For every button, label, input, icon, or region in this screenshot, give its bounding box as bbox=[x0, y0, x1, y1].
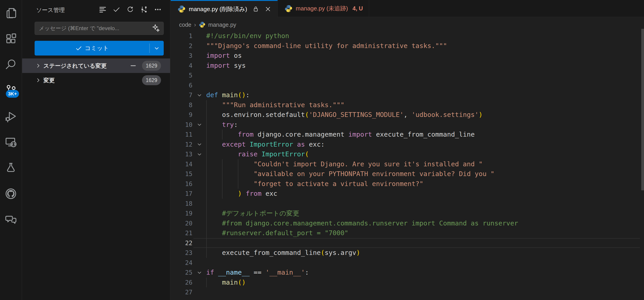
activity-item-explorer[interactable] bbox=[0, 0, 22, 26]
editor-group: manage.py (削除済み)manage.py (未追跡)4, U code… bbox=[171, 0, 644, 300]
run-dropdown-button[interactable] bbox=[616, 4, 626, 13]
tab-problems-badge: 4, U bbox=[352, 5, 363, 12]
editor-actions bbox=[600, 0, 641, 17]
activity-item-github[interactable] bbox=[0, 181, 22, 207]
activity-item-search[interactable] bbox=[0, 52, 22, 77]
code-lines: 1#!/usr/bin/env python2"""Django's comma… bbox=[171, 31, 641, 297]
code-text: ) from exc bbox=[206, 189, 277, 199]
code-line-27: 27 bbox=[171, 287, 641, 297]
line-number: 26 bbox=[171, 277, 192, 287]
refresh-icon bbox=[126, 6, 134, 13]
commit-button-main[interactable]: コミット bbox=[34, 44, 150, 52]
refresh-button[interactable] bbox=[126, 5, 135, 14]
tab-label: manage.py (未追跡) bbox=[296, 5, 348, 13]
activity-item-testing[interactable] bbox=[0, 155, 22, 181]
lock-icon bbox=[252, 6, 259, 13]
code-editor[interactable]: 1#!/usr/bin/env python2"""Django's comma… bbox=[171, 31, 641, 300]
comments-icon bbox=[5, 213, 17, 226]
activity-item-remote-explorer[interactable] bbox=[0, 129, 22, 155]
source-control-graph-button[interactable] bbox=[140, 5, 148, 14]
commit-button[interactable]: コミット bbox=[34, 41, 164, 56]
line-number: 9 bbox=[171, 110, 192, 120]
code-line-17: 17 ) from exc bbox=[171, 189, 641, 199]
commit-button-label: コミット bbox=[85, 44, 109, 52]
code-text: os.environ.setdefault('DJANGO_SETTINGS_M… bbox=[206, 110, 482, 120]
more-button[interactable] bbox=[631, 4, 641, 13]
fold-chevron-icon[interactable] bbox=[192, 122, 206, 127]
view-as-list-icon bbox=[99, 6, 106, 13]
code-line-10: 10 try: bbox=[171, 120, 641, 130]
source-control-count-badge: 3K+ bbox=[6, 90, 19, 98]
scm-section-changes[interactable]: 変更1629 bbox=[22, 73, 170, 87]
line-number: 23 bbox=[171, 248, 192, 258]
breadcrumb-separator-icon: › bbox=[194, 21, 196, 28]
code-text: main() bbox=[206, 277, 246, 287]
breadcrumb-folder[interactable]: code bbox=[179, 22, 191, 28]
line-number: 4 bbox=[171, 61, 192, 71]
activity-item-comments[interactable] bbox=[0, 207, 22, 232]
breadcrumb: code › manage.py bbox=[179, 19, 236, 30]
check-icon bbox=[75, 45, 82, 52]
activity-item-extensions[interactable] bbox=[0, 26, 22, 52]
tab-1[interactable]: manage.py (削除済み) bbox=[171, 0, 278, 17]
code-line-8: 8 """Run administrative tasks.""" bbox=[171, 100, 641, 110]
twistie-icon[interactable] bbox=[35, 63, 41, 69]
code-line-5: 5 bbox=[171, 70, 641, 80]
fold-chevron-icon[interactable] bbox=[192, 270, 206, 275]
more-button[interactable] bbox=[153, 5, 162, 14]
remote-explorer-icon bbox=[5, 136, 17, 148]
code-line-22: 22 bbox=[171, 238, 641, 248]
twistie-icon[interactable] bbox=[35, 77, 41, 83]
line-number: 25 bbox=[171, 268, 192, 277]
unstage-all-icon[interactable] bbox=[129, 62, 137, 70]
run-debug-icon bbox=[5, 110, 17, 122]
view-as-list-button[interactable] bbox=[98, 5, 107, 14]
tab-bar: manage.py (削除済み)manage.py (未追跡)4, U bbox=[171, 0, 644, 17]
line-number: 5 bbox=[171, 70, 192, 80]
sparkle-icon[interactable] bbox=[151, 24, 160, 33]
line-number: 7 bbox=[171, 90, 192, 100]
sidebar-header: ソース管理 bbox=[22, 0, 170, 20]
python-file-icon bbox=[178, 5, 186, 13]
code-text: #from django.core.management.commands.ru… bbox=[206, 218, 518, 228]
code-line-19: 19 #デフォルトポートの変更 bbox=[171, 208, 641, 218]
activity-item-run-debug[interactable] bbox=[0, 103, 22, 129]
line-number: 6 bbox=[171, 80, 192, 90]
code-line-7: 7def main(): bbox=[171, 90, 641, 100]
scm-count-badge: 1629 bbox=[142, 61, 161, 71]
code-line-12: 12 except ImportError as exc: bbox=[171, 139, 641, 149]
code-line-21: 21 #runserver.default_port = "7000" bbox=[171, 228, 641, 238]
code-line-2: 2"""Django's command-line utility for ad… bbox=[171, 41, 641, 51]
search-icon bbox=[5, 58, 17, 71]
breadcrumb-file[interactable]: manage.py bbox=[208, 22, 236, 28]
activity-item-source-control[interactable]: 3K+ bbox=[0, 77, 22, 103]
code-text: if __name__ == '__main__': bbox=[206, 268, 309, 277]
scm-count-badge: 1629 bbox=[142, 75, 161, 85]
line-number: 16 bbox=[171, 179, 192, 189]
explorer-icon bbox=[5, 7, 17, 19]
code-line-3: 3import os bbox=[171, 51, 641, 61]
code-text: #デフォルトポートの変更 bbox=[206, 208, 300, 218]
fold-chevron-icon[interactable] bbox=[192, 141, 206, 147]
activity-bar: 3K+ bbox=[0, 0, 22, 300]
code-line-9: 9 os.environ.setdefault('DJANGO_SETTINGS… bbox=[171, 110, 641, 120]
run-button[interactable] bbox=[600, 4, 610, 13]
sidebar-title: ソース管理 bbox=[36, 6, 65, 14]
fold-chevron-icon[interactable] bbox=[192, 92, 206, 98]
commit-dropdown-button[interactable] bbox=[150, 45, 164, 51]
editor-scrollbar[interactable] bbox=[641, 29, 644, 190]
line-number: 13 bbox=[171, 149, 192, 159]
commit-message-input[interactable]: メッセージ (⌘Enter で "develo... bbox=[34, 22, 164, 35]
commit-message-placeholder: メッセージ (⌘Enter で "develo... bbox=[39, 25, 151, 32]
scm-section-staged-changes[interactable]: ステージされている変更1629 bbox=[22, 58, 170, 73]
close-icon[interactable] bbox=[264, 6, 272, 13]
code-text: """Django's command-line utility for adm… bbox=[206, 41, 447, 51]
tab-2[interactable]: manage.py (未追跡)4, U bbox=[278, 0, 369, 17]
fold-chevron-icon[interactable] bbox=[192, 151, 206, 157]
commit-check-button[interactable] bbox=[112, 5, 121, 14]
scm-sections: ステージされている変更1629変更1629 bbox=[22, 58, 170, 87]
line-number: 10 bbox=[171, 120, 192, 130]
code-line-1: 1#!/usr/bin/env python bbox=[171, 31, 641, 41]
vscode-window: 3K+ ソース管理 メッセージ (⌘Enter で "develo... コミッ… bbox=[0, 0, 644, 300]
code-text: from django.core.management import execu… bbox=[206, 130, 475, 139]
